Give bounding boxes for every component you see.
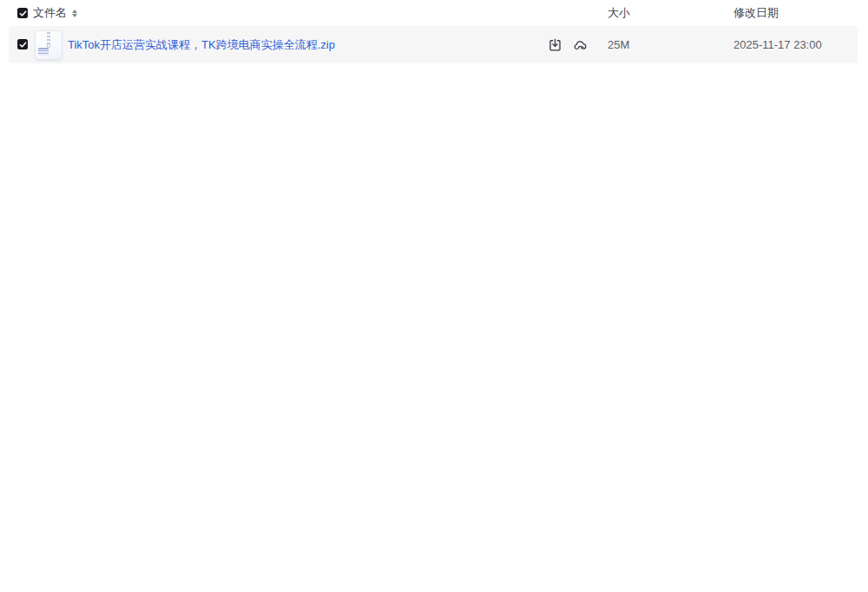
check-icon — [19, 41, 27, 49]
table-row[interactable]: TikTok开店运营实战课程，TK跨境电商实操全流程.zip 25M 2025-… — [9, 26, 858, 63]
select-all-checkbox[interactable] — [17, 8, 28, 18]
row-checkbox[interactable] — [17, 39, 28, 49]
column-header-size: 大小 — [608, 0, 630, 26]
file-list: 文件名 大小 修改日期 TikTok开店运营实战课程，TK跨境电商实操全流程.z… — [0, 0, 868, 592]
save-to-cloud-icon[interactable] — [573, 37, 589, 53]
caret-down-icon — [72, 14, 77, 17]
check-icon — [19, 10, 27, 17]
column-header-name[interactable]: 文件名 — [33, 0, 67, 26]
sort-icon[interactable] — [70, 6, 79, 20]
list-header: 文件名 大小 修改日期 — [0, 0, 868, 26]
file-size: 25M — [608, 26, 629, 63]
caret-up-icon — [72, 10, 77, 13]
zip-file-icon — [35, 30, 62, 60]
column-header-modified: 修改日期 — [733, 0, 779, 26]
download-icon[interactable] — [547, 37, 562, 53]
file-modified-date: 2025-11-17 23:00 — [733, 26, 822, 63]
file-name-link[interactable]: TikTok开店运营实战课程，TK跨境电商实操全流程.zip — [68, 26, 335, 63]
